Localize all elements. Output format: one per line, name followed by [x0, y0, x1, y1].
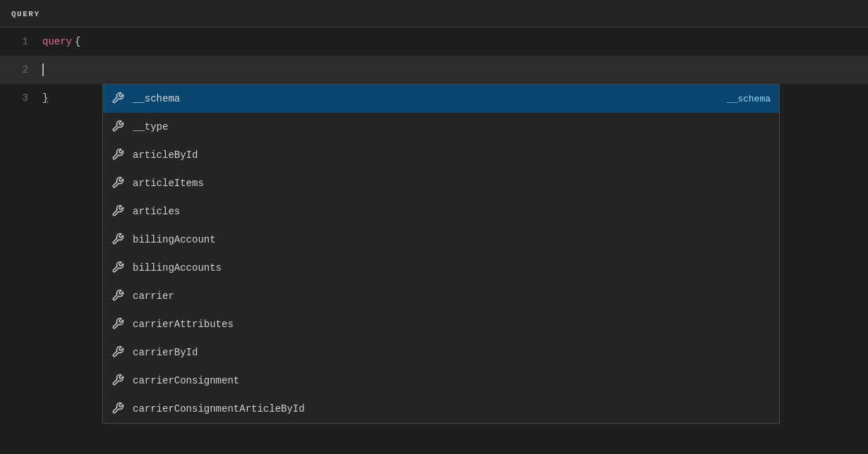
wrench-icon-billingaccount — [111, 233, 126, 247]
autocomplete-item-type[interactable]: __type — [103, 113, 779, 141]
wrench-icon-carrierattributes — [111, 317, 126, 331]
item-label-carrierconsignment: carrierConsignment — [133, 375, 771, 386]
autocomplete-item-carrier[interactable]: carrier — [103, 282, 779, 310]
autocomplete-item-schema[interactable]: __schema __schema — [103, 85, 779, 113]
item-label-carrierattributes: carrierAttributes — [133, 319, 771, 330]
text-cursor — [42, 63, 44, 76]
item-label-carrierbyid: carrierById — [133, 347, 771, 358]
keyword-query: query — [42, 36, 72, 47]
wrench-icon-articleitems — [111, 176, 126, 190]
line-content-1: query { — [42, 36, 80, 47]
item-label-billingaccounts: billingAccounts — [133, 262, 771, 274]
autocomplete-item-articleitems[interactable]: articleItems — [103, 169, 779, 197]
wrench-icon-articles — [111, 204, 126, 219]
header: QUERY — [0, 0, 868, 27]
autocomplete-item-carrierconsignmentarticlebyid[interactable]: carrierConsignmentArticleById — [103, 395, 779, 423]
editor-line-1: 1 query { — [0, 27, 868, 56]
wrench-icon-type — [111, 120, 126, 134]
brace-close: } — [42, 92, 48, 104]
item-label-schema: __schema — [133, 93, 727, 104]
item-label-articlebyid: articleById — [133, 149, 771, 161]
wrench-icon-schema — [111, 92, 126, 106]
item-label-type: __type — [133, 121, 771, 133]
item-label-articles: articles — [133, 206, 771, 217]
wrench-icon-billingaccounts — [111, 261, 126, 275]
item-type-schema: __schema — [727, 94, 771, 104]
line-number-1: 1 — [0, 36, 42, 47]
autocomplete-item-billingaccounts[interactable]: billingAccounts — [103, 254, 779, 282]
brace-open: { — [75, 36, 80, 47]
item-label-carrier: carrier — [133, 290, 771, 302]
line-content-3: } — [42, 92, 48, 104]
autocomplete-item-articlebyid[interactable]: articleById — [103, 141, 779, 169]
editor-line-2: 2 — [0, 56, 868, 84]
line-number-3: 3 — [0, 92, 42, 104]
wrench-icon-articlebyid — [111, 148, 126, 162]
line-number-2: 2 — [0, 64, 42, 75]
panel-title: QUERY — [11, 10, 40, 18]
wrench-icon-carrier — [111, 289, 126, 303]
wrench-icon-carrierbyid — [111, 345, 126, 360]
wrench-icon-carrierconsignmentarticlebyid — [111, 402, 126, 416]
item-label-billingaccount: billingAccount — [133, 234, 771, 245]
autocomplete-item-carrierconsignment[interactable]: carrierConsignment — [103, 367, 779, 395]
line-content-2 — [42, 63, 44, 76]
editor-container: 1 query { 2 3 } __sche — [0, 27, 868, 454]
autocomplete-item-articles[interactable]: articles — [103, 197, 779, 226]
autocomplete-item-billingaccount[interactable]: billingAccount — [103, 226, 779, 254]
wrench-icon-carrierconsignment — [111, 374, 126, 388]
autocomplete-dropdown[interactable]: __schema __schema __type articleById — [102, 84, 780, 424]
item-label-articleitems: articleItems — [133, 178, 771, 189]
item-label-carrierconsignmentarticlebyid: carrierConsignmentArticleById — [133, 403, 771, 415]
autocomplete-item-carrierattributes[interactable]: carrierAttributes — [103, 310, 779, 338]
autocomplete-item-carrierbyid[interactable]: carrierById — [103, 338, 779, 367]
